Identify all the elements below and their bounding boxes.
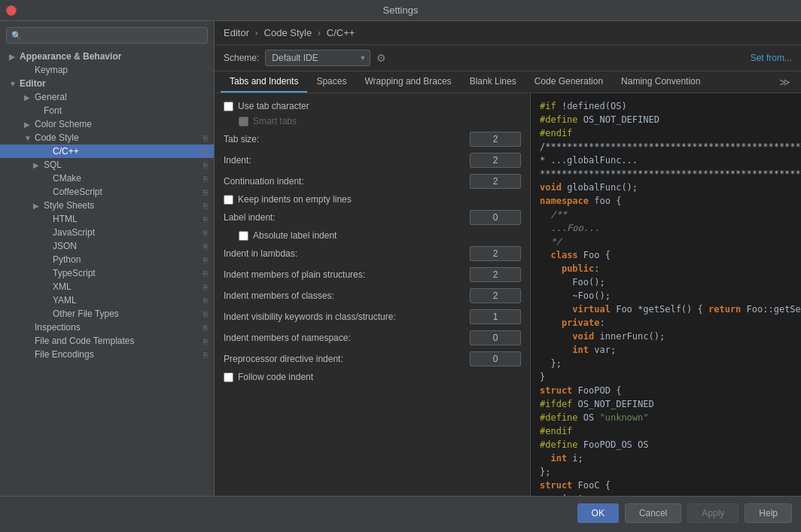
search-box[interactable]: 🔍	[6, 27, 208, 44]
copy-icon[interactable]: ⎘	[203, 134, 208, 142]
sidebar-item-code-style[interactable]: ▼Code Style⎘	[0, 131, 214, 144]
sidebar-item-keymap[interactable]: Keymap	[0, 63, 214, 77]
smart-tabs-row: Smart tabs	[239, 116, 521, 126]
indent-namespace-label: Indent members of namespace:	[224, 333, 470, 343]
sidebar-item-cmake[interactable]: CMake⎘	[0, 172, 214, 185]
absolute-label-indent-checkbox[interactable]	[239, 231, 248, 241]
copy-icon[interactable]: ⎘	[203, 310, 208, 318]
sidebar-item-stylesheets[interactable]: ▶Style Sheets⎘	[0, 199, 214, 212]
copy-icon[interactable]: ⎘	[203, 351, 208, 359]
sidebar-item-editor[interactable]: ▼Editor	[0, 77, 214, 90]
copy-icon[interactable]: ⎘	[203, 188, 208, 196]
sidebar-item-appearance[interactable]: ▶Appearance & Behavior	[0, 50, 214, 63]
sidebar-item-label: Appearance & Behavior	[20, 51, 121, 62]
sidebar-item-javascript[interactable]: JavaScript⎘	[0, 226, 214, 239]
sidebar-item-label: Font	[44, 105, 62, 116]
sidebar-item-json[interactable]: JSON⎘	[0, 239, 214, 253]
sidebar-item-cpp[interactable]: C/C++⎘	[0, 144, 214, 158]
copy-icon[interactable]: ⎘	[203, 269, 208, 278]
sidebar-item-xml[interactable]: XML⎘	[0, 280, 214, 293]
arrow-icon: ▼	[24, 134, 33, 142]
ok-button[interactable]: OK	[577, 503, 619, 523]
cancel-button[interactable]: Cancel	[625, 503, 681, 523]
sidebar-item-label: File Encodings	[35, 349, 94, 360]
indent-namespace-input[interactable]	[470, 330, 521, 345]
sidebar-item-yaml[interactable]: YAML⎘	[0, 293, 214, 307]
tab-wrapping[interactable]: Wrapping and Braces	[355, 71, 460, 93]
close-button[interactable]	[6, 5, 17, 16]
tab-spaces[interactable]: Spaces	[307, 71, 355, 93]
sidebar-item-label: C/C++	[53, 146, 79, 157]
use-tab-character-label: Use tab character	[238, 101, 309, 111]
copy-icon[interactable]: ⎘	[203, 161, 208, 169]
sidebar-item-file-code-templates[interactable]: File and Code Templates⎘	[0, 334, 214, 348]
sidebar-item-label: Inspections	[35, 322, 81, 333]
copy-icon[interactable]: ⎘	[203, 324, 208, 332]
copy-icon[interactable]: ⎘	[203, 337, 208, 345]
gear-icon[interactable]: ⚙	[376, 52, 386, 64]
tabs-overflow-icon[interactable]: ≫	[775, 73, 795, 91]
sidebar-item-label: CMake	[53, 173, 81, 184]
continuation-indent-input[interactable]	[470, 174, 521, 189]
indent-lambdas-input[interactable]	[470, 246, 521, 261]
indent-namespace-row: Indent members of namespace:	[224, 330, 521, 346]
copy-icon[interactable]: ⎘	[203, 242, 208, 251]
copy-icon[interactable]: ⎘	[203, 296, 208, 305]
follow-code-indent-checkbox[interactable]	[224, 372, 233, 382]
copy-icon[interactable]: ⎘	[203, 256, 208, 264]
indent-members-classes-input[interactable]	[470, 288, 521, 303]
arrow-icon: ▶	[33, 161, 42, 169]
help-button[interactable]: Help	[745, 503, 792, 523]
copy-icon[interactable]: ⎘	[203, 147, 208, 156]
copy-icon[interactable]: ⎘	[203, 229, 208, 237]
tab-blank-lines[interactable]: Blank Lines	[461, 71, 525, 93]
sidebar-item-coffeescript[interactable]: CoffeeScript⎘	[0, 185, 214, 199]
copy-icon[interactable]: ⎘	[203, 283, 208, 291]
apply-button[interactable]: Apply	[687, 503, 739, 523]
copy-icon[interactable]: ⎘	[203, 202, 208, 210]
bottom-bar: OK Cancel Apply Help	[0, 496, 801, 529]
sidebar-item-color-scheme[interactable]: ▶Color Scheme	[0, 117, 214, 131]
use-tab-character-checkbox[interactable]	[224, 102, 233, 111]
label-indent-label: Label indent:	[224, 212, 470, 223]
sidebar-item-label: JavaScript	[53, 227, 95, 238]
tab-size-input[interactable]	[470, 132, 521, 147]
set-from-link[interactable]: Set from...	[751, 53, 792, 63]
scheme-select[interactable]: Default IDE Project	[265, 50, 370, 66]
sidebar-item-label: SQL	[44, 160, 62, 170]
tab-naming[interactable]: Naming Convention	[612, 71, 709, 93]
sidebar-item-typescript[interactable]: TypeScript⎘	[0, 266, 214, 280]
arrow-icon: ▼	[9, 80, 18, 88]
sidebar-item-label: File and Code Templates	[35, 336, 135, 346]
indent-members-plain-input[interactable]	[470, 267, 521, 282]
sidebar-item-font[interactable]: Font	[0, 104, 214, 117]
sidebar-item-inspections[interactable]: Inspections⎘	[0, 321, 214, 334]
keep-indents-label: Keep indents on empty lines	[238, 194, 352, 205]
keep-indents-checkbox[interactable]	[224, 195, 233, 205]
continuation-indent-label: Continuation indent:	[224, 176, 470, 187]
sidebar-item-other-file-types[interactable]: Other File Types⎘	[0, 307, 214, 321]
sidebar-item-sql[interactable]: ▶SQL⎘	[0, 158, 214, 172]
search-input[interactable]	[25, 30, 203, 41]
sidebar-item-file-encodings[interactable]: File Encodings⎘	[0, 348, 214, 361]
tab-code-generation[interactable]: Code Generation	[525, 71, 612, 93]
sidebar-item-html[interactable]: HTML⎘	[0, 212, 214, 226]
indent-visibility-input[interactable]	[470, 309, 521, 324]
sidebar-item-python[interactable]: Python⎘	[0, 253, 214, 266]
smart-tabs-checkbox[interactable]	[239, 117, 248, 126]
tabs-bar: Tabs and IndentsSpacesWrapping and Brace…	[215, 71, 801, 93]
keep-indents-row: Keep indents on empty lines	[224, 194, 521, 205]
copy-icon[interactable]: ⎘	[203, 215, 208, 223]
tab-tabs-indents[interactable]: Tabs and Indents	[221, 71, 307, 93]
arrow-icon: ▶	[9, 53, 18, 61]
sidebar-item-general[interactable]: ▶General	[0, 90, 214, 104]
indent-input[interactable]	[470, 153, 521, 168]
sidebar: 🔍 ▶Appearance & BehaviorKeymap▼Editor▶Ge…	[0, 21, 215, 496]
smart-tabs-label: Smart tabs	[253, 116, 297, 126]
indent-lambdas-row: Indent in lambdas:	[224, 245, 521, 262]
copy-icon[interactable]: ⎘	[203, 175, 208, 183]
preprocessor-input[interactable]	[470, 351, 521, 366]
sidebar-item-label: General	[35, 92, 67, 102]
label-indent-input[interactable]	[470, 210, 521, 225]
indent-row: Indent:	[224, 152, 521, 169]
